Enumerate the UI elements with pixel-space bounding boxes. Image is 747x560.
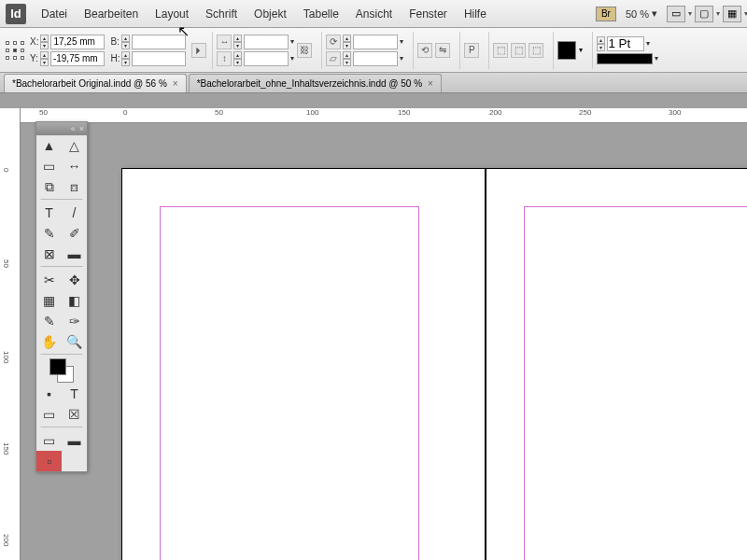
tab-0-close-icon[interactable]: × [173,78,178,89]
tool-gap[interactable]: ↔ [62,156,87,176]
ruler-tick: 100 [306,108,318,117]
fill-swatch[interactable] [557,41,576,60]
tool-format-container[interactable]: ▭ [36,404,62,425]
menu-hilfe[interactable]: Hilfe [462,4,488,24]
fill-stroke-swatch[interactable] [36,357,87,384]
stroke-style[interactable] [597,53,653,64]
canvas[interactable] [21,123,747,560]
tool-format-text[interactable]: ☒ [62,404,87,425]
constrain-icon[interactable]: ⏵ [191,43,206,58]
menu-tabelle[interactable]: Tabelle [302,4,341,24]
p-icon[interactable]: P [464,43,479,58]
menu-ansicht[interactable]: Ansicht [354,4,394,24]
sx-spinner[interactable]: ▴▾ [233,35,242,49]
tool-pencil[interactable]: ✐ [62,223,87,244]
tool-line[interactable]: / [62,203,87,223]
tools-panel-header[interactable]: « × [36,122,87,135]
tool-hand[interactable]: ✋ [36,331,62,352]
x-input[interactable] [50,35,105,49]
menubar: Id Datei Bearbeiten Layout Schrift Objek… [0,0,747,28]
tab-1-close-icon[interactable]: × [428,78,433,89]
tool-pen[interactable]: ✎ [36,223,62,244]
flip-h-icon[interactable]: ⇋ [435,43,450,58]
scale-x-input[interactable] [244,35,289,49]
bridge-icon[interactable]: Br [596,7,616,21]
menu-fenster[interactable]: Fenster [407,4,449,24]
ruler-tick: 0 [2,168,10,172]
chevron-left-icon[interactable]: « [71,124,76,133]
rotate-input[interactable] [353,35,398,49]
menu-objekt[interactable]: Objekt [252,4,289,24]
margin-guide-left [160,206,419,560]
menu-schrift[interactable]: Schrift [204,4,239,24]
tool-scissors[interactable]: ✂ [36,270,62,290]
tool-apply-none[interactable]: T [62,384,87,404]
margin-guide-right [524,206,747,560]
tab-1[interactable]: *Bachelorarbeit_ohne_Inhaltsverzeichnis.… [189,74,442,92]
h-spinner[interactable]: ▴▾ [121,51,130,66]
ruler-tick: 150 [398,108,410,117]
w-spinner[interactable]: ▴▾ [121,35,130,49]
ruler-horizontal[interactable]: 50050100150200250300 [21,108,747,123]
tool-direct-selection[interactable]: △ [62,135,87,156]
tool-gradient-swatch[interactable]: ▦ [36,290,62,311]
shear-spinner[interactable]: ▴▾ [343,51,351,66]
menu-datei[interactable]: Datei [39,4,69,24]
ruler-tick: 50 [39,108,48,117]
align-icon-2[interactable]: ⬚ [511,43,526,58]
reference-point[interactable] [6,41,24,60]
stroke-weight-input[interactable] [607,36,644,51]
tool-note[interactable]: ✎ [36,311,62,331]
tool-content-collector[interactable]: ⧉ [36,176,62,197]
y-input[interactable] [50,51,105,66]
tool-gradient-feather[interactable]: ◧ [62,290,87,311]
tool-page[interactable]: ▭ [36,156,62,176]
stroke-weight-spinner[interactable]: ▴▾ [597,36,605,51]
rotate-icon: ⟳ [326,35,341,49]
tool-mode-preview[interactable]: ▬ [62,430,87,451]
zoom-dropdown[interactable]: 50 %▾ [626,7,657,20]
h-input[interactable] [132,51,186,66]
control-bar: X:▴▾ Y:▴▾ B:▴▾ H:▴▾ ⏵ ↔▴▾▾ ↕▴▾▾ ⛓ ⟳▴▾▾ ▱… [0,28,747,73]
page-left[interactable] [121,168,486,560]
document-tabs: *Bachelorarbeit Original.indd @ 56 %× *B… [0,73,747,93]
screen-mode-icon[interactable]: ▢ [695,6,713,22]
tool-zoom[interactable]: 🔍 [62,331,87,352]
page-right[interactable] [486,168,747,560]
align-icon-3[interactable]: ⬚ [529,43,543,58]
rotate-ccw-icon[interactable]: ⟲ [417,43,432,58]
view-options-icon[interactable]: ▭ [667,6,685,22]
tab-1-label: *Bachelorarbeit_ohne_Inhaltsverzeichnis.… [197,78,422,89]
tool-type[interactable]: T [36,203,62,223]
ruler-vertical[interactable]: 050100150200 [0,108,21,560]
scale-y-input[interactable] [244,51,289,66]
shear-input[interactable] [353,51,398,66]
scale-y-icon: ↕ [217,51,232,66]
link-icon[interactable]: ⛓ [297,43,312,58]
align-icon-1[interactable]: ⬚ [493,43,508,58]
menu-layout[interactable]: Layout [153,4,190,24]
tool-rectangle-frame[interactable]: ⊠ [36,244,62,264]
tool-content-placer[interactable]: ⧈ [62,176,87,197]
ruler-tick: 100 [2,351,10,363]
tool-free-transform[interactable]: ✥ [62,270,87,290]
sy-spinner[interactable]: ▴▾ [233,51,242,66]
rot-spinner[interactable]: ▴▾ [343,35,351,49]
close-icon[interactable]: × [79,124,84,133]
zoom-value: 50 % [626,8,649,20]
tool-eyedropper[interactable]: ✑ [62,311,87,331]
arrange-icon[interactable]: ▦ [723,6,741,22]
tool-apply-color[interactable]: ▪ [36,384,62,404]
tool-mode-color[interactable]: ▫ [36,451,62,471]
y-spinner[interactable]: ▴▾ [40,51,49,66]
tool-mode-normal[interactable]: ▭ [36,430,62,451]
w-label: B: [110,36,119,47]
tab-0[interactable]: *Bachelorarbeit Original.indd @ 56 %× [4,74,187,92]
tool-rectangle[interactable]: ▬ [62,244,87,264]
shear-icon: ▱ [326,51,341,66]
menu-bearbeiten[interactable]: Bearbeiten [82,4,140,24]
x-spinner[interactable]: ▴▾ [40,35,49,49]
app-logo: Id [6,4,26,24]
tool-selection[interactable]: ▲ [36,135,62,156]
scale-x-icon: ↔ [217,35,232,49]
